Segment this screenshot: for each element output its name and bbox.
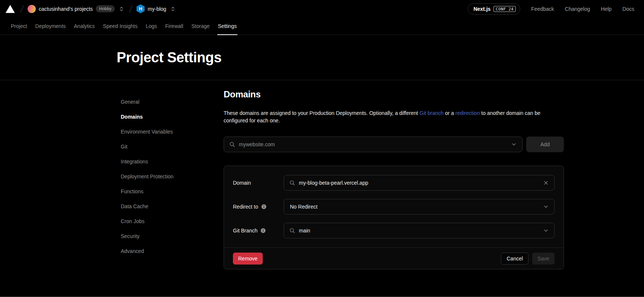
search-icon [289,180,295,186]
domains-heading: Domains [224,89,564,100]
sidebar-item-deployment-protection[interactable]: Deployment Protection [117,169,224,184]
nextjs-conf-banner[interactable]: Next.js CONF 24 [468,3,520,15]
team-avatar[interactable] [28,5,36,13]
sidebar-item-data-cache[interactable]: Data Cache [117,199,224,214]
slash-icon [128,4,133,14]
git-branch-field-row: Git Branch [233,223,555,238]
tab-firewall[interactable]: Firewall [161,18,187,35]
footer-actions: Cancel Save [501,253,555,265]
nav-link-help[interactable]: Help [601,6,612,12]
save-button[interactable]: Save [532,253,555,265]
info-icon [261,204,266,209]
project-tabbar: Project Deployments Analytics Speed Insi… [0,18,644,35]
add-domain-row: Add [224,137,564,152]
settings-main: General Domains Environment Variables Gi… [0,80,644,269]
redirect-selected-value: No Redirect [289,204,539,210]
project-crumb: H my-blog [136,4,177,13]
sidebar-item-cron-jobs[interactable]: Cron Jobs [117,214,224,229]
sidebar-item-git[interactable]: Git [117,139,224,154]
tab-analytics[interactable]: Analytics [70,18,99,35]
team-switcher-icon[interactable] [118,5,125,13]
git-branch-combobox[interactable] [284,223,555,238]
settings-sidebar: General Domains Environment Variables Gi… [117,89,224,269]
project-avatar-letter: H [139,6,142,12]
conf-badge: CONF 24 [493,6,516,12]
breadcrumb: cactusinhand's projects Hobby H my-blog [6,4,177,14]
sidebar-item-functions[interactable]: Functions [117,184,224,199]
domain-card-body: Domain Redirect to [224,166,564,247]
nav-link-changelog[interactable]: Changelog [565,6,590,12]
domain-search-input[interactable] [239,141,507,147]
git-branch-input[interactable] [299,228,539,234]
project-avatar[interactable]: H [136,4,145,13]
add-button[interactable]: Add [526,137,564,152]
search-icon [229,141,235,147]
domain-search-combobox[interactable] [224,137,523,152]
remove-button[interactable]: Remove [233,253,263,265]
top-navigation: cactusinhand's projects Hobby H my-blog … [0,0,644,18]
nav-link-feedback[interactable]: Feedback [531,6,554,12]
tab-speed-insights[interactable]: Speed Insights [99,18,142,35]
nav-link-docs[interactable]: Docs [622,6,634,12]
redirect-label-text: Redirect to [233,204,258,210]
clear-domain-icon[interactable] [543,180,549,186]
domain-card: Domain Redirect to [224,166,564,269]
cancel-button[interactable]: Cancel [501,253,528,265]
project-switcher-icon[interactable] [169,5,177,13]
project-name[interactable]: my-blog [148,6,166,12]
plan-badge: Hobby [96,5,115,13]
info-icon [261,228,266,233]
team-crumb: cactusinhand's projects Hobby [28,5,125,13]
domain-field [284,175,555,191]
domain-value-input[interactable] [299,180,539,186]
domains-description: These domains are assigned to your Produ… [224,109,544,124]
page-title: Project Settings [117,50,221,66]
chevron-down-icon [543,204,549,210]
sidebar-item-advanced[interactable]: Advanced [117,244,224,259]
description-text: These domains are assigned to your Produ… [224,110,420,116]
team-name[interactable]: cactusinhand's projects [39,6,93,12]
sidebar-item-general[interactable]: General [117,94,224,109]
sidebar-item-domains[interactable]: Domains [117,109,224,124]
domain-card-footer: Remove Cancel Save [224,247,564,269]
git-branch-label: Git Branch [233,228,284,234]
nav-actions: Next.js CONF 24 Feedback Changelog Help … [468,3,634,15]
tab-deployments[interactable]: Deployments [31,18,70,35]
domain-field-row: Domain [233,175,555,191]
git-branch-label-text: Git Branch [233,228,258,234]
tab-settings[interactable]: Settings [214,18,241,35]
redirect-select[interactable]: No Redirect [284,199,555,215]
tab-storage[interactable]: Storage [187,18,214,35]
tab-project[interactable]: Project [7,18,31,35]
sidebar-item-security[interactable]: Security [117,229,224,244]
redirect-field-row: Redirect to No Redirect [233,199,555,215]
vercel-logo-icon[interactable] [6,5,15,13]
sidebar-item-integrations[interactable]: Integrations [117,154,224,169]
domains-panel: Domains These domains are assigned to yo… [224,89,564,269]
tab-logs[interactable]: Logs [142,18,161,35]
nextjs-label: Next.js [473,6,490,12]
chevron-down-icon [543,228,549,234]
link-git-branch[interactable]: Git branch [420,110,444,116]
link-redirection[interactable]: redirection [455,110,480,116]
slash-icon [19,4,25,14]
sidebar-item-environment-variables[interactable]: Environment Variables [117,124,224,139]
redirect-label: Redirect to [233,204,284,210]
page-header: Project Settings [0,35,644,80]
search-icon [289,228,295,234]
domain-label: Domain [233,180,284,186]
description-text: or a [443,110,455,116]
chevron-down-icon[interactable] [511,141,517,147]
